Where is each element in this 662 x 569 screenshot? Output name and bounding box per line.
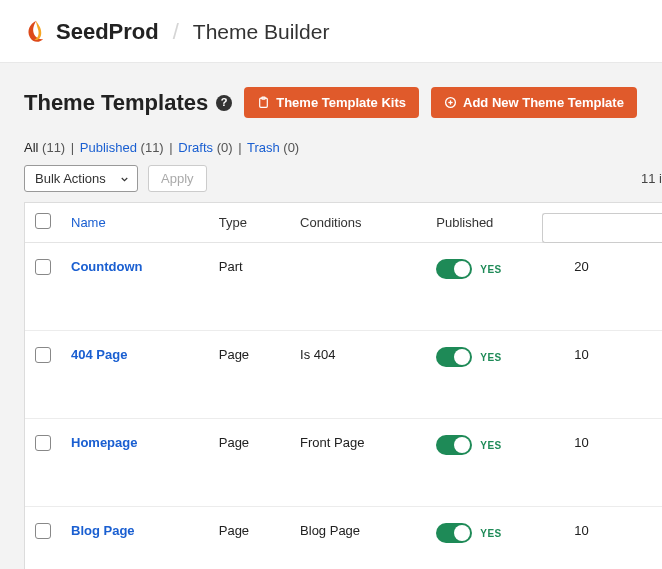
- row-check-cell: [25, 507, 61, 570]
- search-input[interactable]: [542, 213, 662, 243]
- items-count: 11 i: [641, 171, 662, 186]
- published-toggle[interactable]: YES: [436, 435, 502, 455]
- toggle-label: YES: [480, 264, 502, 275]
- table-row: 404 PagePageIs 404YES10: [25, 331, 662, 419]
- toggle-knob: [454, 349, 470, 365]
- row-conditions-cell: Is 404: [290, 331, 426, 419]
- select-all-checkbox[interactable]: [35, 213, 51, 229]
- row-name-cell: Homepage: [61, 419, 209, 507]
- row-conditions-cell: [290, 243, 426, 331]
- col-name[interactable]: Name: [61, 203, 209, 243]
- select-all-header: [25, 203, 61, 243]
- row-type-cell: Page: [209, 419, 290, 507]
- filter-separator: |: [169, 140, 172, 155]
- row-conditions-cell: Front Page: [290, 419, 426, 507]
- row-name-cell: 404 Page: [61, 331, 209, 419]
- filter-trash[interactable]: Trash: [247, 140, 280, 155]
- topbar: SeedProd / Theme Builder: [0, 0, 662, 63]
- row-check-cell: [25, 419, 61, 507]
- clipboard-icon: [257, 96, 270, 109]
- row-type-cell: Page: [209, 331, 290, 419]
- heading-row: Theme Templates ? Theme Template Kits Ad…: [24, 87, 662, 118]
- filter-separator: |: [71, 140, 74, 155]
- status-filter-bar: All (11) | Published (11) | Drafts (0) |…: [24, 140, 662, 155]
- filter-separator: |: [238, 140, 241, 155]
- published-toggle[interactable]: YES: [436, 523, 502, 543]
- toggle-knob: [454, 261, 470, 277]
- row-conditions-cell: Blog Page: [290, 507, 426, 570]
- row-priority-cell: 10: [564, 507, 662, 570]
- toggle-track: [436, 347, 472, 367]
- row-check-cell: [25, 331, 61, 419]
- row-checkbox[interactable]: [35, 523, 51, 539]
- filter-trash-count: (0): [283, 140, 299, 155]
- row-published-cell: YES: [426, 419, 564, 507]
- col-type: Type: [209, 203, 290, 243]
- table-row: CountdownPartYES20: [25, 243, 662, 331]
- help-icon[interactable]: ?: [216, 95, 232, 111]
- published-toggle[interactable]: YES: [436, 259, 502, 279]
- templates-table: Name Type Conditions Published Priority …: [24, 202, 662, 569]
- toggle-knob: [454, 525, 470, 541]
- filter-all-count: (11): [42, 140, 65, 155]
- template-name-link[interactable]: 404 Page: [71, 347, 127, 362]
- row-published-cell: YES: [426, 507, 564, 570]
- row-checkbox[interactable]: [35, 435, 51, 451]
- row-checkbox[interactable]: [35, 259, 51, 275]
- toggle-label: YES: [480, 440, 502, 451]
- row-name-cell: Countdown: [61, 243, 209, 331]
- published-toggle[interactable]: YES: [436, 347, 502, 367]
- row-published-cell: YES: [426, 331, 564, 419]
- toggle-label: YES: [480, 528, 502, 539]
- filter-drafts[interactable]: Drafts: [178, 140, 213, 155]
- breadcrumb: Theme Builder: [193, 20, 330, 44]
- page-body: Theme Templates ? Theme Template Kits Ad…: [0, 63, 662, 569]
- row-type-cell: Part: [209, 243, 290, 331]
- row-checkbox[interactable]: [35, 347, 51, 363]
- row-check-cell: [25, 243, 61, 331]
- bulk-action-row: Bulk Actions Apply 11 i: [24, 165, 662, 192]
- breadcrumb-divider-icon: /: [173, 19, 179, 45]
- add-new-template-button[interactable]: Add New Theme Template: [431, 87, 637, 118]
- page-title-text: Theme Templates: [24, 90, 208, 116]
- bulk-action-select-wrap: Bulk Actions: [24, 165, 138, 192]
- theme-template-kits-button[interactable]: Theme Template Kits: [244, 87, 419, 118]
- row-type-cell: Page: [209, 507, 290, 570]
- template-name-link[interactable]: Countdown: [71, 259, 142, 274]
- plus-circle-icon: [444, 96, 457, 109]
- button-label: Add New Theme Template: [463, 95, 624, 110]
- brand-logo[interactable]: SeedProd: [22, 18, 159, 46]
- filter-published[interactable]: Published: [80, 140, 137, 155]
- button-label: Theme Template Kits: [276, 95, 406, 110]
- toggle-knob: [454, 437, 470, 453]
- seedprod-icon: [22, 18, 50, 46]
- table-row: Blog PagePageBlog PageYES10: [25, 507, 662, 570]
- page-title: Theme Templates ?: [24, 90, 232, 116]
- row-priority-cell: 10: [564, 419, 662, 507]
- toggle-track: [436, 435, 472, 455]
- template-name-link[interactable]: Blog Page: [71, 523, 135, 538]
- table-row: HomepagePageFront PageYES10: [25, 419, 662, 507]
- filter-all[interactable]: All: [24, 140, 38, 155]
- row-priority-cell: 10: [564, 331, 662, 419]
- bulk-action-select[interactable]: Bulk Actions: [24, 165, 138, 192]
- row-name-cell: Blog Page: [61, 507, 209, 570]
- toggle-track: [436, 523, 472, 543]
- template-name-link[interactable]: Homepage: [71, 435, 137, 450]
- brand-name: SeedProd: [56, 19, 159, 45]
- filter-drafts-count: (0): [217, 140, 233, 155]
- col-conditions: Conditions: [290, 203, 426, 243]
- apply-button[interactable]: Apply: [148, 165, 207, 192]
- toggle-label: YES: [480, 352, 502, 363]
- toggle-track: [436, 259, 472, 279]
- row-published-cell: YES: [426, 243, 564, 331]
- filter-published-count: (11): [141, 140, 164, 155]
- row-priority-cell: 20: [564, 243, 662, 331]
